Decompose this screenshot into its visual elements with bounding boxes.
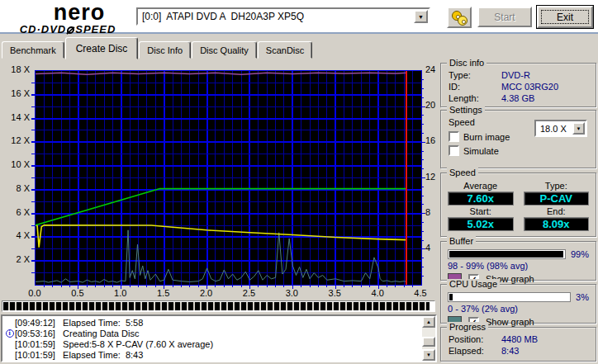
x-axis-tick: 4.0 xyxy=(363,288,392,298)
tab-create-disc[interactable]: Create Disc xyxy=(65,37,139,59)
y-axis-left-tick: 12 X xyxy=(0,135,30,145)
burn-options-button[interactable] xyxy=(447,7,472,28)
x-axis-tick: 2.5 xyxy=(235,288,263,298)
cpu-title: CPU Usage xyxy=(447,279,500,289)
toolbar: nero CD·DVDSPEED [0:0] ATAPI DVD A DH20A… xyxy=(0,0,598,34)
y-axis-left-tick: 18 X xyxy=(0,64,30,74)
y-axis-right-tick: 12 xyxy=(425,172,442,182)
end-speed-display: 8.09x xyxy=(524,217,590,231)
start-button[interactable]: Start xyxy=(477,7,532,27)
end-label: End: xyxy=(524,206,590,216)
write-progress-bar xyxy=(2,300,435,312)
y-axis-right-tick: 4 xyxy=(425,243,442,253)
drive-select[interactable]: [0:0] ATAPI DVD A DH20A3P XP5Q ▼ xyxy=(136,7,430,26)
buffer-range: 98 - 99% (98% avg) xyxy=(441,259,596,271)
average-speed-display: 7.60x xyxy=(448,191,514,206)
speed-dropdown[interactable]: 18.0 X ▼ xyxy=(534,120,587,137)
drive-select-value: [0:0] ATAPI DVD A DH20A3P XP5Q xyxy=(138,11,414,22)
y-axis-left-tick: 2 X xyxy=(0,254,30,264)
y-axis-right-tick: 24 xyxy=(425,64,442,74)
tab-disc-quality[interactable]: Disc Quality xyxy=(192,41,257,59)
chevron-down-icon[interactable]: ▼ xyxy=(414,10,428,23)
brand-subtitle: CD·DVDSPEED xyxy=(20,23,116,35)
disc-id-value: MCC 03RG20 xyxy=(501,82,558,92)
buffer-title: Buffer xyxy=(447,236,476,246)
y-axis-left-tick: 10 X xyxy=(0,159,30,169)
log-scrollbar[interactable]: ▲ ▼ xyxy=(422,316,435,361)
cpu-group: CPU Usage 3% 0 - 37% (2% avg) ✓ Show gra… xyxy=(440,284,596,324)
speed-label: Speed xyxy=(448,117,475,127)
position-label: Position: xyxy=(448,334,501,344)
buffer-meter xyxy=(448,249,566,259)
x-axis-tick: 0.0 xyxy=(21,288,49,298)
y-axis-left-tick: 16 X xyxy=(0,88,30,98)
chevron-down-icon[interactable]: ▼ xyxy=(572,122,585,135)
cpu-meter xyxy=(448,292,571,302)
tab-benchmark[interactable]: Benchmark xyxy=(2,41,64,59)
y-axis-left-tick: 4 X xyxy=(0,230,30,240)
log-line: i[09:53:16] Creating Data Disc xyxy=(4,328,422,338)
cpu-range: 0 - 37% (2% avg) xyxy=(441,302,596,314)
y-axis-right-tick: 16 xyxy=(425,135,442,145)
y-axis-right-tick: 20 xyxy=(425,100,442,110)
simulate-label: Simulate xyxy=(463,146,499,156)
elapsed-value: 8:43 xyxy=(501,346,519,356)
type-label: Type: xyxy=(524,181,590,191)
x-axis-tick: 1.5 xyxy=(150,288,178,298)
x-axis-tick: 1.0 xyxy=(107,288,135,298)
disc-type-value: DVD-R xyxy=(501,70,530,80)
log-line: [10:01:59] Speed:5-8 X P-CAV (7.60 X ave… xyxy=(4,338,422,349)
x-axis-tick: 0.5 xyxy=(64,288,92,298)
write-speed-line xyxy=(36,189,406,225)
burn-image-checkbox[interactable] xyxy=(448,131,459,142)
buffer-level-line xyxy=(36,73,406,74)
app-window: nero CD·DVDSPEED [0:0] ATAPI DVD A DH20A… xyxy=(0,0,598,364)
x-axis-tick: 3.0 xyxy=(278,288,306,298)
simulate-checkbox[interactable] xyxy=(448,145,459,156)
write-progress-fill xyxy=(3,302,430,310)
disc-length-row: Length: 4.38 GB xyxy=(441,92,596,104)
log-lines: [09:49:12] Elapsed Time: 5:58i[09:53:16]… xyxy=(2,316,422,361)
disc-id-row: ID: MCC 03RG20 xyxy=(441,81,596,92)
settings-title: Settings xyxy=(447,105,485,115)
y-axis-left-tick: 6 X xyxy=(0,207,30,217)
x-axis-tick: 3.5 xyxy=(320,288,349,298)
disc-info-group: Disc info Type: DVD-R ID: MCC 03RG20 Len… xyxy=(440,63,596,107)
cpu-show-graph-label: Show graph xyxy=(486,317,534,327)
yellow-line-line xyxy=(36,225,406,248)
x-axis-tick: 2.0 xyxy=(192,288,221,298)
cpu-percent: 3% xyxy=(576,292,589,302)
y-axis-left-tick: 14 X xyxy=(0,112,30,122)
tab-scandisc[interactable]: ScanDisc xyxy=(258,41,312,59)
y-axis-right-tick: 8 xyxy=(425,207,442,217)
speed-title: Speed xyxy=(447,168,478,177)
nero-logo: nero CD·DVDSPEED xyxy=(5,2,131,35)
progress-group: Progress Position: 4480 MB Elapsed: 8:43 xyxy=(440,327,596,362)
log-line: [09:49:12] Elapsed Time: 5:58 xyxy=(4,317,422,328)
log-box: [09:49:12] Elapsed Time: 5:58i[09:53:16]… xyxy=(1,314,437,362)
tab-disc-info[interactable]: Disc Info xyxy=(139,41,191,59)
scrollbar-thumb[interactable] xyxy=(422,337,435,347)
chart-plot-area xyxy=(35,70,422,286)
settings-group: Settings Speed 18.0 X ▼ Burn image Simul… xyxy=(440,110,596,168)
exit-button[interactable]: Exit xyxy=(537,6,593,28)
write-type-display: P-CAV xyxy=(524,191,590,206)
scrollbar-track[interactable] xyxy=(422,328,435,349)
average-label: Average xyxy=(448,181,514,191)
scroll-down-icon[interactable]: ▼ xyxy=(422,349,435,361)
buffer-percent: 99% xyxy=(571,249,589,259)
tab-bar: BenchmarkCreate DiscDisc InfoDisc Qualit… xyxy=(2,36,313,59)
speed-dropdown-value: 18.0 X xyxy=(536,124,572,134)
speed-group: Speed Average Type: 7.60x P-CAV Start: E… xyxy=(440,173,596,237)
info-icon: i xyxy=(6,329,14,338)
position-value: 4480 MB xyxy=(501,334,538,344)
disc-length-value: 4.38 GB xyxy=(501,93,534,103)
start-speed-display: 5.02x xyxy=(448,217,514,231)
burn-image-label: Burn image xyxy=(463,132,510,142)
elapsed-label: Elapsed: xyxy=(448,346,501,356)
scroll-up-icon[interactable]: ▲ xyxy=(422,316,435,328)
progress-title: Progress xyxy=(447,322,488,332)
disc-info-title: Disc info xyxy=(447,58,486,68)
disc-icon xyxy=(66,26,75,34)
x-axis-tick: 4.5 xyxy=(406,288,434,298)
